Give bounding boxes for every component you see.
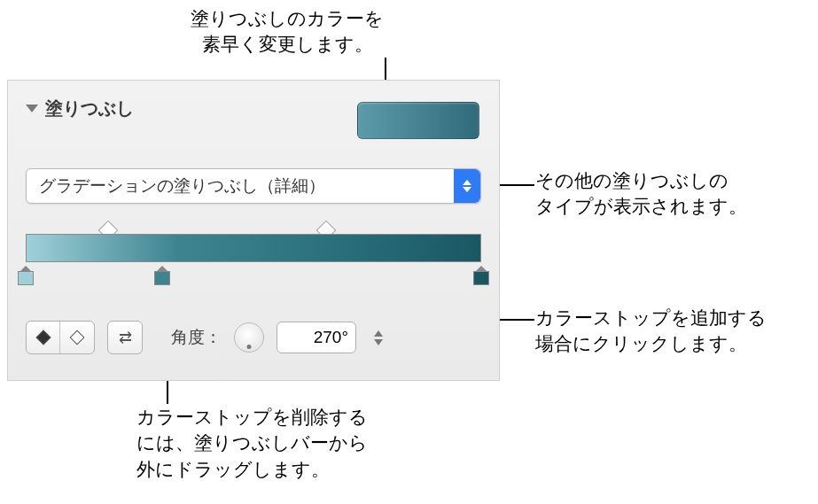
swap-colors-button[interactable]: ⇄ — [107, 321, 143, 354]
angle-stepper[interactable] — [369, 322, 388, 353]
callout-add-stop: カラーストップを追加する場合にクリックします。 — [535, 305, 818, 357]
select-arrows-icon[interactable] — [454, 169, 480, 203]
gradient-editor — [26, 229, 481, 282]
disclosure-triangle-icon[interactable] — [26, 105, 38, 112]
fill-type-select[interactable]: グラデーションの塗りつぶし（詳細） — [26, 168, 481, 204]
gradient-color-stop[interactable] — [154, 266, 170, 285]
fill-panel: 塗りつぶし グラデーションの塗りつぶし（詳細） ⇄ — [7, 80, 500, 381]
angle-label: 角度： — [171, 326, 222, 349]
swap-icon: ⇄ — [119, 328, 132, 347]
linear-gradient-button[interactable] — [27, 322, 60, 353]
stepper-down-icon[interactable] — [374, 339, 383, 345]
gradient-bar[interactable] — [26, 234, 481, 262]
angle-input[interactable]: 270° — [277, 322, 356, 353]
section-title: 塗りつぶし — [45, 97, 134, 120]
fill-type-value: グラデーションの塗りつぶし（詳細） — [39, 174, 325, 198]
gradient-controls: ⇄ 角度： 270° — [26, 321, 481, 354]
gradient-type-toggle — [26, 321, 95, 354]
callout-quick-change: 塗りつぶしのカラーを素早く変更します。 — [172, 5, 402, 58]
gradient-color-stop[interactable] — [473, 266, 489, 285]
fill-color-well[interactable] — [357, 102, 479, 139]
gradient-color-stop[interactable] — [18, 266, 34, 285]
callout-remove-stop: カラーストップを削除するには、塗りつぶしバーから外にドラッグします。 — [136, 404, 393, 482]
radial-gradient-button[interactable] — [60, 322, 94, 353]
angle-dial[interactable] — [234, 322, 264, 353]
callout-other-types: その他の塗りつぶしのタイプが表示されます。 — [535, 167, 818, 220]
angle-value: 270° — [314, 328, 348, 347]
stepper-up-icon[interactable] — [374, 330, 383, 337]
